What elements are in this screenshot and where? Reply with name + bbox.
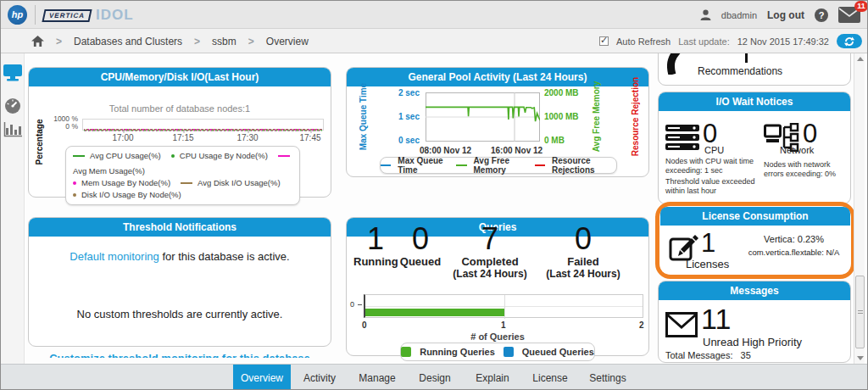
- default-monitoring-link[interactable]: Default monitoring: [70, 250, 159, 263]
- tab-settings[interactable]: Settings: [579, 365, 637, 390]
- legend-label: Queued Queries: [522, 347, 594, 357]
- cpu-xtick-1745: 17:45: [293, 133, 327, 142]
- cpu-chart-subtitle: Total number of database nodes:1: [29, 103, 331, 114]
- logout-button[interactable]: Log out: [767, 9, 804, 21]
- legend-line-marker: [278, 155, 290, 157]
- stat-running-value: 1: [353, 223, 398, 255]
- messages-panel: Messages 11 Unread High Priority Total M…: [658, 281, 851, 363]
- legend-label: Mem Usage By Node(%): [81, 177, 170, 189]
- scroll-down-arrow[interactable]: [857, 356, 864, 360]
- stat-failed-value: 0: [537, 223, 630, 255]
- hp-logo: hp: [8, 5, 27, 25]
- messages-total-label: Total Messages:: [665, 350, 732, 360]
- pool-panel-title[interactable]: General Pool Activity (Last 24 Hours): [347, 68, 648, 86]
- app-title: IDOL: [96, 7, 134, 24]
- tab-activity[interactable]: Activity: [291, 365, 348, 390]
- scrollbar-thumb[interactable]: [855, 276, 865, 348]
- tab-explain[interactable]: Explain: [464, 365, 521, 390]
- legend-dot-marker: [73, 193, 76, 197]
- recommendations-panel[interactable]: Recommendations: [658, 53, 851, 86]
- messages-count: 11: [701, 305, 731, 333]
- general-pool-panel: General Pool Activity (Last 24 Hours) Ma…: [346, 67, 649, 177]
- breadcrumb-database[interactable]: ssbm: [212, 36, 236, 47]
- legend-line-marker: [73, 155, 85, 157]
- queries-panel: Queries 1 Running 0 Queued 7 Completed (…: [346, 217, 649, 356]
- tab-license[interactable]: License: [521, 365, 579, 390]
- tab-manage[interactable]: Manage: [348, 365, 406, 390]
- cpu-panel-title[interactable]: CPU/Memory/Disk I/O(Last Hour): [29, 68, 331, 86]
- queries-xtick-1: 1: [501, 320, 506, 330]
- scroll-up-arrow[interactable]: [857, 57, 864, 61]
- legend-label: Disk I/O Usage By Node(%): [81, 189, 181, 201]
- breadcrumb: > Databases and Clusters > ssbm > Overvi…: [31, 29, 309, 53]
- pool-xtick-0800: 08:00 Nov 12: [420, 146, 471, 155]
- messages-panel-title: Messages: [659, 281, 850, 300]
- license-flextable-usage: com.vertica.flextable: N/A: [737, 248, 851, 257]
- legend-line-marker: [181, 182, 192, 184]
- queries-legend: Running Queries Queued Queries: [400, 343, 595, 361]
- io-wait-panel: I/O Wait Notices 0 CPU Nodes with CPU wa…: [658, 92, 851, 204]
- bar-chart-icon[interactable]: [3, 120, 22, 137]
- breadcrumb-overview[interactable]: Overview: [266, 36, 309, 47]
- stat-completed-sublabel: (Last 24 Hours): [443, 268, 537, 280]
- legend-square-marker: [504, 347, 514, 357]
- legend-dot-marker: [171, 154, 175, 158]
- stat-failed-sublabel: (Last 24 Hours): [537, 268, 630, 280]
- io-network-count: 0: [803, 120, 817, 148]
- legend-label: Avg CPU Usage(%): [90, 150, 161, 162]
- user-icon: [700, 9, 711, 20]
- breadcrumb-databases[interactable]: Databases and Clusters: [74, 36, 182, 47]
- legend-dot-marker: [73, 181, 76, 185]
- legend-label: Avg Disk I/O Usage(%): [198, 177, 281, 189]
- running-queries-bar: [365, 309, 504, 316]
- last-update-label: Last update:: [678, 36, 730, 47]
- main-content: CPU/Memory/Disk I/O(Last Hour) Percentag…: [1, 53, 868, 364]
- pool-xtick-1600: 16:00 Nov 12: [491, 146, 542, 155]
- legend-label: Resource Rejections: [552, 156, 616, 175]
- left-rail: [1, 53, 25, 364]
- tab-overview[interactable]: Overview: [233, 365, 291, 390]
- chevron-right-icon: >: [248, 36, 254, 47]
- pool-ltick-0sec: 0 sec: [379, 136, 420, 145]
- license-panel-title: License Consumption: [660, 207, 850, 226]
- legend-label: Avg Mem Usage(%): [73, 165, 145, 177]
- gauge-icon[interactable]: [3, 98, 22, 114]
- license-vertica-usage: Vertica: 0.23%: [741, 234, 847, 244]
- stat-completed-value: 7: [443, 223, 537, 255]
- breadcrumb-bar: > Databases and Clusters > ssbm > Overvi…: [1, 29, 868, 53]
- io-cpu-desc2: Threshold value exceeded within last hou…: [665, 177, 755, 196]
- stat-failed-label: Failed: [537, 255, 630, 268]
- queries-ytick: 0: [350, 300, 354, 309]
- io-network-desc: Nodes with network errors exceeding: 0%: [764, 160, 849, 179]
- legend-label: Max Queue Time: [398, 156, 449, 175]
- chevron-right-icon: >: [194, 36, 200, 47]
- query-stats: 1 Running 0 Queued 7 Completed (Last 24 …: [353, 223, 630, 280]
- cpu-ytick-min: 0 %: [36, 122, 78, 131]
- cpu-servers-icon: [665, 125, 699, 150]
- pool-right-axis-label: Avg Free Memory: [592, 75, 601, 159]
- messages-button[interactable]: 11: [838, 7, 860, 24]
- pool-left-axis-label: Max Queue Time: [359, 75, 368, 159]
- vertica-logo: VERTICA: [42, 9, 92, 22]
- license-label: Licenses: [686, 258, 729, 270]
- auto-refresh-checkbox[interactable]: [599, 36, 609, 46]
- help-icon[interactable]: ?: [815, 8, 828, 22]
- gridline: [504, 295, 505, 319]
- io-cpu-count: 0: [703, 120, 717, 148]
- customize-threshold-link[interactable]: Customize threshold monitoring for this …: [49, 352, 310, 358]
- refresh-button[interactable]: [837, 34, 862, 48]
- queries-xlabel: # of Queries: [347, 332, 648, 342]
- vertical-scrollbar[interactable]: [854, 53, 865, 364]
- tab-design[interactable]: Design: [406, 365, 464, 390]
- io-cpu-desc: Nodes with CPU wait time exceeding: 1 se…: [665, 157, 755, 176]
- header-divider: [35, 5, 36, 25]
- pool-rtick-1000: 1000 MB: [544, 112, 588, 121]
- legend-line-marker: [381, 164, 391, 166]
- license-count: 1: [701, 229, 715, 257]
- home-icon[interactable]: [31, 36, 44, 47]
- monitor-icon[interactable]: [3, 64, 22, 81]
- legend-label: Running Queries: [420, 347, 495, 357]
- pool-chart-legend: Max Queue Time Avg Free Memory Resource …: [380, 157, 617, 174]
- io-network-label: Network: [780, 145, 814, 155]
- queries-ytick-dash: [358, 304, 362, 305]
